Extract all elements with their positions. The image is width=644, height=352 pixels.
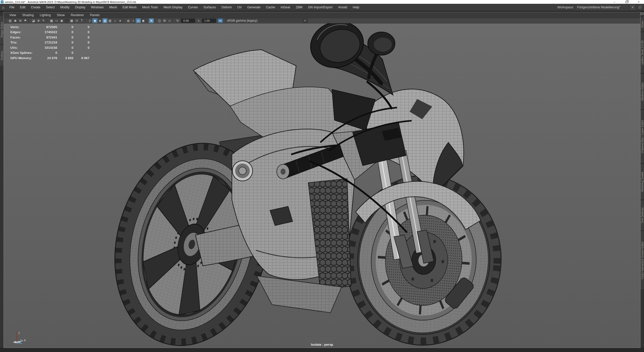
menu-item-arnold[interactable]: Arnold [335, 4, 350, 11]
minimize-button[interactable]: – [613, 0, 616, 4]
menu-item-cache[interactable]: Cache [263, 4, 278, 11]
restore-icon [626, 1, 628, 3]
home-icon[interactable]: ⌂ [0, 5, 7, 10]
lighting-icon[interactable]: ☼ [113, 18, 117, 23]
viewport-canvas[interactable]: Verts:87250500Edges:174502200Faces:87244… [4, 23, 640, 348]
xray-icon[interactable]: ▱ [167, 18, 172, 23]
panel-menu-lighting[interactable]: Lighting [37, 12, 54, 18]
hud-value: 0 [57, 36, 73, 39]
workspace-lock-icon[interactable] [638, 6, 641, 9]
hud-poly-count: Verts:87250500Edges:174502200Faces:87244… [10, 24, 89, 61]
menu-item-display[interactable]: Display [72, 4, 88, 11]
bookmarks-icon[interactable]: ⚑ [23, 18, 28, 23]
panel-menu-shading[interactable]: Shading [19, 12, 37, 18]
camera-attributes-icon[interactable]: ⊛ [18, 18, 23, 23]
menu-item-gn-import-export[interactable]: GN Import/Export [305, 4, 335, 11]
right-tab-ngskin-tools-2-0-39[interactable]: ngSkin Tools 2.0.39 [640, 33, 644, 73]
wireframe-on-shaded-icon[interactable]: ◈ [98, 18, 102, 23]
hud-value: 1014156 [41, 46, 57, 50]
safe-action-icon[interactable]: ⊡ [74, 18, 79, 23]
hud-value: 0 [41, 51, 57, 55]
workspace-dropdown-arrow-icon[interactable]: ▼ [630, 5, 635, 10]
menu-item-zbm[interactable]: ZBM [293, 4, 305, 11]
toolbar-separator [123, 19, 125, 22]
panel-toolbar: ▤◙⊛⚑◪⊕✎▦▭◉◌▩⊡T◇◆◈▨▧☼●◍◗◎▣⊠◫⊞▱↻0.00◑1.00O… [4, 18, 640, 23]
menu-item-edit[interactable]: Edit [17, 4, 28, 11]
panel-menu-show[interactable]: Show [54, 12, 68, 18]
colorspace-arrow-icon[interactable]: ▼ [302, 18, 308, 23]
maximize-button[interactable] [625, 0, 628, 4]
grease-pencil-icon[interactable]: ✎ [41, 18, 46, 23]
menu-item-curves[interactable]: Curves [185, 4, 201, 11]
right-tab-channel-box-layer-editor[interactable]: Channel Box / Layer Editor [640, 110, 644, 163]
film-gate-icon[interactable]: ▭ [54, 18, 59, 23]
menu-item-surfaces[interactable]: Surfaces [201, 4, 219, 11]
shadows-icon[interactable]: ● [118, 18, 122, 23]
snapshot-add-icon[interactable]: ⊞ [162, 18, 167, 23]
menu-item-mesh-tools[interactable]: Mesh Tools [139, 4, 161, 11]
left-tab-shape-editor[interactable]: Shape Editor [0, 16, 3, 44]
menu-item-edit-mesh[interactable]: Edit Mesh [120, 4, 139, 11]
menu-item-mesh-display[interactable]: Mesh Display [161, 4, 185, 11]
smooth-shade-icon[interactable]: ◆ [93, 18, 97, 23]
left-panel-strip: Shape EditorOutliner [0, 12, 4, 348]
hud-value: 0 [73, 46, 89, 50]
hud-label: Edges: [10, 30, 41, 34]
right-tab-attribute-editor[interactable]: Attribute Editor [640, 74, 644, 109]
gate-mask-icon[interactable]: ◌ [64, 18, 69, 23]
right-tab-attribute-editor-label: Attribute Editor [641, 82, 644, 101]
right-tab-tool-settings[interactable]: Tool Settings [640, 201, 644, 230]
lock-camera-icon[interactable]: ◙ [13, 18, 18, 23]
exposure-refresh-icon[interactable]: ↻ [175, 18, 180, 23]
hud-value: 0 [57, 25, 73, 29]
menu-item-file[interactable]: File [7, 4, 17, 11]
anti-aliasing-icon[interactable]: ◎ [136, 18, 141, 23]
right-tab-xgen-interactive-groom-editor[interactable]: XGen Interactive Groom Editor [640, 232, 644, 289]
panel-menu-panels[interactable]: Panels [87, 12, 103, 18]
isolate-select-icon[interactable]: ⊠ [149, 18, 154, 23]
hud-row-edges: Edges:174502200 [10, 30, 89, 35]
right-tab-xgen[interactable]: XGen [640, 17, 644, 31]
menu-item-deform[interactable]: Deform [219, 4, 235, 11]
occlusion-icon[interactable]: ◍ [126, 18, 131, 23]
depth-of-field-icon[interactable]: ▣ [141, 18, 146, 23]
2d-pan-zoom-icon[interactable]: ⊕ [36, 18, 41, 23]
gamma-field[interactable]: 1.00 [202, 19, 216, 23]
menu-item-modify[interactable]: Modify [57, 4, 72, 11]
menu-item-uv[interactable]: UV [235, 4, 244, 11]
field-chart-icon[interactable]: ▩ [69, 18, 74, 23]
snapshot-icon[interactable]: ◫ [157, 18, 162, 23]
right-tab-modeling-toolkit-label: Modeling Toolkit [641, 172, 644, 192]
right-tab-modeling-toolkit[interactable]: Modeling Toolkit [640, 164, 644, 199]
contrast-icon[interactable]: ◑ [196, 18, 201, 23]
hud-row-tris: Tris:173123400 [10, 40, 89, 45]
textured-icon[interactable]: ▨ [103, 18, 107, 23]
panel-stack-icon[interactable] [641, 12, 644, 15]
gamma-on-toggle[interactable]: ON [218, 18, 223, 23]
select-camera-icon[interactable]: ▤ [8, 18, 13, 23]
menu-item-create[interactable]: Create [28, 4, 43, 11]
menu-item-select[interactable]: Select [43, 4, 57, 11]
menu-item-windows[interactable]: Windows [88, 4, 107, 11]
colorspace-dropdown[interactable]: sRGB gamma (legacy)▼ [225, 18, 308, 23]
menu-item-help[interactable]: Help [350, 4, 362, 11]
motion-blur-icon[interactable]: ◗ [131, 18, 136, 23]
workspace-select[interactable]: Fortgeschrittene Modellierung* [576, 5, 628, 10]
close-button[interactable]: × [637, 0, 640, 4]
menu-item-mgear[interactable]: mGear [278, 4, 293, 11]
wireframe-icon[interactable]: ◇ [87, 18, 92, 23]
grid-icon[interactable]: ▦ [49, 18, 54, 23]
menu-item-mesh[interactable]: Mesh [107, 4, 120, 11]
resolution-gate-icon[interactable]: ◉ [59, 18, 64, 23]
menu-item-generate[interactable]: Generate [244, 4, 263, 11]
hud-value: 0 [73, 41, 89, 44]
panel-menu-renderer[interactable]: Renderer [68, 12, 87, 18]
right-panel-strip: XGenngSkin Tools 2.0.39Attribute EditorC… [640, 12, 644, 348]
left-tab-outliner[interactable]: Outliner [0, 45, 3, 66]
exposure-field[interactable]: 0.00 [181, 19, 195, 23]
use-default-material-icon[interactable]: ▧ [108, 18, 112, 23]
hud-row-verts: Verts:87250500 [10, 24, 89, 30]
panel-menu-view[interactable]: View [6, 12, 19, 18]
image-plane-icon[interactable]: ◪ [31, 18, 36, 23]
safe-title-icon[interactable]: T [79, 18, 84, 23]
